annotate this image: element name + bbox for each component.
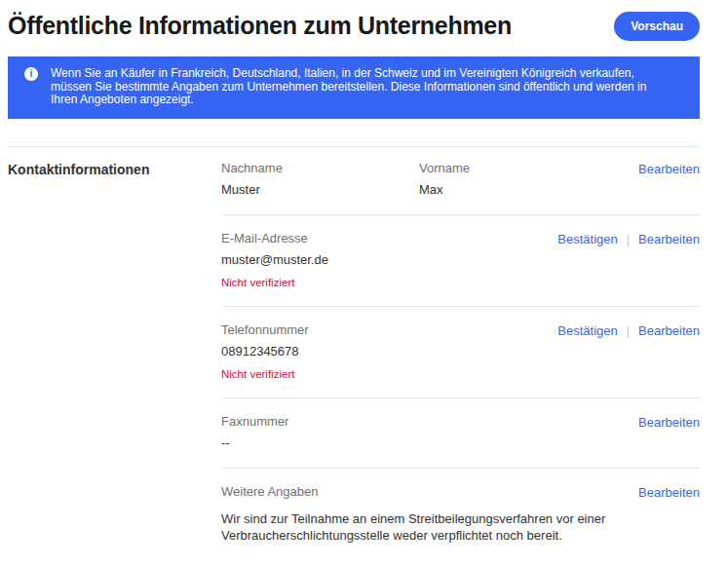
name-row: Nachname Muster Vorname Max Bearbeiten <box>221 161 700 215</box>
confirm-email-link[interactable]: Bestätigen <box>557 232 617 246</box>
action-separator: | <box>627 232 630 246</box>
fax-label: Faxnummer <box>221 414 288 429</box>
preview-button[interactable]: Vorschau <box>614 12 700 41</box>
fax-actions: Bearbeiten <box>638 414 700 430</box>
confirm-phone-link[interactable]: Bestätigen <box>557 323 617 338</box>
fax-row: Faxnummer -- Bearbeiten <box>221 398 700 469</box>
additional-info-value: Wir sind zur Teilnahme an einem Streitbe… <box>221 511 631 544</box>
firstname-value: Max <box>419 182 470 197</box>
phone-field: Telefonnummer 08912345678 Nicht verifizi… <box>221 322 309 380</box>
additional-info-field: Weitere Angaben Wir sind zur Teilnahme a… <box>221 484 631 544</box>
additional-info-label: Weitere Angaben <box>221 484 631 499</box>
edit-additional-info-link[interactable]: Bearbeiten <box>638 485 700 500</box>
lastname-field: Nachname Muster <box>221 161 419 197</box>
phone-status-badge: Nicht verifiziert <box>221 368 309 380</box>
edit-fax-link[interactable]: Bearbeiten <box>638 415 700 430</box>
info-banner-text: Wenn Sie an Käufer in Frankreich, Deutsc… <box>51 66 646 106</box>
email-actions: Bestätigen|Bearbeiten <box>557 231 700 246</box>
section-label-column: Kontaktinformationen <box>8 161 221 561</box>
email-row: E-Mail-Adresse muster@muster.de Nicht ve… <box>221 215 700 307</box>
lastname-value: Muster <box>221 182 419 197</box>
firstname-field: Vorname Max <box>419 161 470 197</box>
page-container: Öffentliche Informationen zum Unternehme… <box>8 0 700 561</box>
phone-actions: Bestätigen|Bearbeiten <box>557 322 700 338</box>
email-label: E-Mail-Adresse <box>221 231 328 245</box>
fax-field: Faxnummer -- <box>221 414 288 450</box>
page-title: Öffentliche Informationen zum Unternehme… <box>8 12 512 40</box>
edit-email-link[interactable]: Bearbeiten <box>638 232 700 246</box>
info-banner: i Wenn Sie an Käufer in Frankreich, Deut… <box>8 57 700 119</box>
additional-info-row: Weitere Angaben Wir sind zur Teilnahme a… <box>221 469 700 561</box>
section-heading: Kontaktinformationen <box>8 161 221 177</box>
firstname-label: Vorname <box>419 161 470 175</box>
action-separator: | <box>627 323 630 338</box>
phone-row: Telefonnummer 08912345678 Nicht verifizi… <box>221 307 700 398</box>
fax-value: -- <box>221 435 288 450</box>
email-field: E-Mail-Adresse muster@muster.de Nicht ve… <box>221 231 328 288</box>
edit-phone-link[interactable]: Bearbeiten <box>638 323 700 338</box>
info-icon: i <box>24 67 38 81</box>
additional-info-actions: Bearbeiten <box>638 484 700 500</box>
edit-name-link[interactable]: Bearbeiten <box>638 162 700 176</box>
phone-value: 08912345678 <box>221 344 309 358</box>
main-content: Kontaktinformationen Nachname Muster Vor… <box>8 147 700 561</box>
name-fields: Nachname Muster Vorname Max <box>221 161 638 197</box>
lastname-label: Nachname <box>221 161 419 175</box>
email-status-badge: Nicht verifiziert <box>221 277 328 288</box>
page-header: Öffentliche Informationen zum Unternehme… <box>8 0 700 43</box>
name-actions: Bearbeiten <box>638 161 700 176</box>
contact-info-panel: Nachname Muster Vorname Max Bearbeiten E… <box>221 161 700 561</box>
email-value: muster@muster.de <box>221 252 328 267</box>
phone-label: Telefonnummer <box>221 322 309 337</box>
